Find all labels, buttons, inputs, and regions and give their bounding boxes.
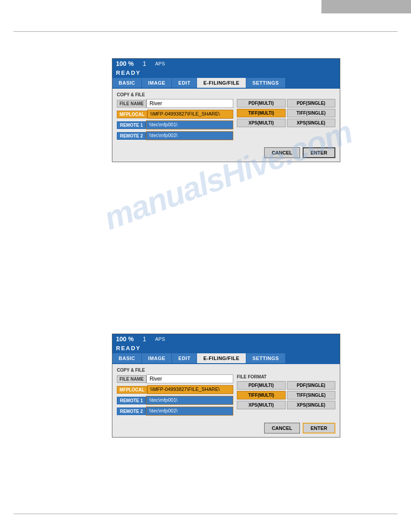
- remote2-row-top: REMOTE 2 \\tec\mfp002\: [117, 131, 233, 140]
- tab-row-top: BASIC IMAGE EDIT E-FILING/FILE SETTINGS: [112, 78, 340, 89]
- remote1-row-bottom: REMOTE 1 \\tec\mfp001\: [117, 396, 233, 405]
- filename-label-top: FILE NAME: [117, 100, 146, 107]
- remote1-value-bottom[interactable]: \\tec\mfp001\: [146, 396, 233, 405]
- mfplocal-value-bottom[interactable]: \\MFP-04993827\FILE_SHARE\: [147, 385, 233, 394]
- ready-label: READY: [112, 69, 340, 78]
- panel-bottom-header: 100 % 1 APS: [112, 334, 340, 344]
- mfplocal-row-top: MFPLOCAL \\MFP-04993827\FILE_SHARE\: [117, 110, 233, 119]
- aps-label: APS: [155, 61, 165, 66]
- tab-settings[interactable]: SETTINGS: [246, 78, 286, 88]
- enter-button-top[interactable]: ENTER: [303, 147, 335, 158]
- filename-row-top: FILE NAME River: [117, 99, 233, 108]
- tiff-multi-btn-bottom[interactable]: TIFF(MULTI): [237, 391, 286, 399]
- content-top: COPY & FILE FILE NAME River MFPLOCAL \\M…: [112, 89, 340, 162]
- tab-settings-2[interactable]: SETTINGS: [246, 353, 286, 363]
- format-grid-top: PDF(MULTI) PDF(SINGLE) TIFF(MULTI) TIFF(…: [237, 99, 335, 127]
- cancel-button-top[interactable]: CANCEL: [264, 147, 300, 158]
- right-col-bottom: FILE FORMAT PDF(MULTI) PDF(SINGLE) TIFF(…: [237, 374, 335, 417]
- content-bottom: COPY & FILE FILE NAME River MFPLOCAL \\M…: [112, 364, 340, 437]
- copy-count: 1: [143, 60, 146, 67]
- format-grid-bottom: PDF(MULTI) PDF(SINGLE) TIFF(MULTI) TIFF(…: [237, 381, 335, 409]
- right-col-top: PDF(MULTI) PDF(SINGLE) TIFF(MULTI) TIFF(…: [237, 99, 335, 142]
- mfplocal-row-bottom: MFPLOCAL \\MFP-04993827\FILE_SHARE\: [117, 385, 233, 394]
- top-rule: [13, 31, 398, 32]
- panel-top: 100 % 1 APS READY BASIC IMAGE EDIT E-FIL…: [112, 58, 340, 162]
- xps-single-btn-bottom[interactable]: XPS(SINGLE): [287, 401, 336, 409]
- remote2-label-bottom: REMOTE 2: [117, 408, 146, 415]
- section-label-bottom: COPY & FILE: [117, 368, 335, 373]
- mfplocal-label-top: MFPLOCAL: [117, 111, 147, 118]
- tiff-multi-btn-top[interactable]: TIFF(MULTI): [237, 109, 286, 117]
- left-col-top: FILE NAME River MFPLOCAL \\MFP-04993827\…: [117, 99, 233, 142]
- remote1-label-top: REMOTE 1: [117, 121, 146, 129]
- tab-efiling-2[interactable]: E-FILING/FILE: [197, 353, 246, 363]
- file-format-label-bottom: FILE FORMAT: [237, 374, 335, 379]
- top-bar: [321, 0, 411, 13]
- remote1-value-top[interactable]: \\tec\mfp001\: [146, 120, 233, 129]
- remote1-row-top: REMOTE 1 \\tec\mfp001\: [117, 120, 233, 129]
- tab-row-bottom: BASIC IMAGE EDIT E-FILING/FILE SETTINGS: [112, 353, 340, 364]
- main-grid-top: FILE NAME River MFPLOCAL \\MFP-04993827\…: [117, 99, 335, 142]
- panel-top-header: 100 % 1 APS: [112, 59, 340, 69]
- tab-image[interactable]: IMAGE: [142, 78, 172, 88]
- tab-edit[interactable]: EDIT: [172, 78, 197, 88]
- tab-image-2[interactable]: IMAGE: [142, 353, 172, 363]
- cancel-button-bottom[interactable]: CANCEL: [264, 423, 300, 433]
- remote2-value-top[interactable]: \\tec\mfp002\: [146, 131, 233, 140]
- tab-basic[interactable]: BASIC: [112, 78, 142, 88]
- tab-edit-2[interactable]: EDIT: [172, 353, 197, 363]
- filename-label-bottom: FILE NAME: [117, 375, 146, 383]
- pdf-multi-btn-top[interactable]: PDF(MULTI): [237, 99, 286, 107]
- tiff-single-btn-bottom[interactable]: TIFF(SINGLE): [287, 391, 336, 399]
- enter-button-bottom[interactable]: ENTER: [303, 423, 335, 433]
- btn-row-bottom: CANCEL ENTER: [117, 421, 335, 433]
- filename-row-bottom: FILE NAME River: [117, 374, 233, 383]
- xps-multi-btn-top[interactable]: XPS(MULTI): [237, 119, 286, 127]
- bottom-rule: [13, 514, 398, 514]
- pdf-multi-btn-bottom[interactable]: PDF(MULTI): [237, 381, 286, 390]
- pdf-single-btn-top[interactable]: PDF(SINGLE): [287, 99, 336, 107]
- ready-label-2: READY: [112, 344, 340, 353]
- zoom-percent: 100 %: [116, 60, 134, 67]
- remote1-label-bottom: REMOTE 1: [117, 397, 146, 404]
- zoom-percent-2: 100 %: [116, 335, 134, 343]
- copy-count-2: 1: [143, 335, 146, 343]
- btn-row-top: CANCEL ENTER: [117, 146, 335, 158]
- section-label-top: COPY & FILE: [117, 92, 335, 97]
- left-col-bottom: FILE NAME River MFPLOCAL \\MFP-04993827\…: [117, 374, 233, 417]
- xps-single-btn-top[interactable]: XPS(SINGLE): [287, 119, 336, 127]
- filename-value-bottom[interactable]: River: [146, 374, 233, 383]
- tab-basic-2[interactable]: BASIC: [112, 353, 142, 363]
- panel-bottom-inner: 100 % 1 APS READY BASIC IMAGE EDIT E-FIL…: [112, 334, 340, 438]
- remote2-value-bottom[interactable]: \\tec\mfp002\: [146, 407, 233, 416]
- mfplocal-label-bottom: MFPLOCAL: [117, 386, 147, 394]
- tiff-single-btn-top[interactable]: TIFF(SINGLE): [287, 109, 336, 117]
- mfplocal-value-top[interactable]: \\MFP-04993827\FILE_SHARE\: [147, 110, 233, 119]
- remote2-row-bottom: REMOTE 2 \\tec\mfp002\: [117, 407, 233, 416]
- remote2-label-top: REMOTE 2: [117, 132, 146, 140]
- panel-bottom: 100 % 1 APS READY BASIC IMAGE EDIT E-FIL…: [112, 334, 340, 438]
- xps-multi-btn-bottom[interactable]: XPS(MULTI): [237, 401, 286, 409]
- main-grid-bottom: FILE NAME River MFPLOCAL \\MFP-04993827\…: [117, 374, 335, 417]
- aps-label-2: APS: [155, 336, 165, 342]
- pdf-single-btn-bottom[interactable]: PDF(SINGLE): [287, 381, 336, 390]
- filename-value-top[interactable]: River: [146, 99, 233, 108]
- tab-efiling[interactable]: E-FILING/FILE: [197, 78, 246, 88]
- panel-top-inner: 100 % 1 APS READY BASIC IMAGE EDIT E-FIL…: [112, 58, 340, 162]
